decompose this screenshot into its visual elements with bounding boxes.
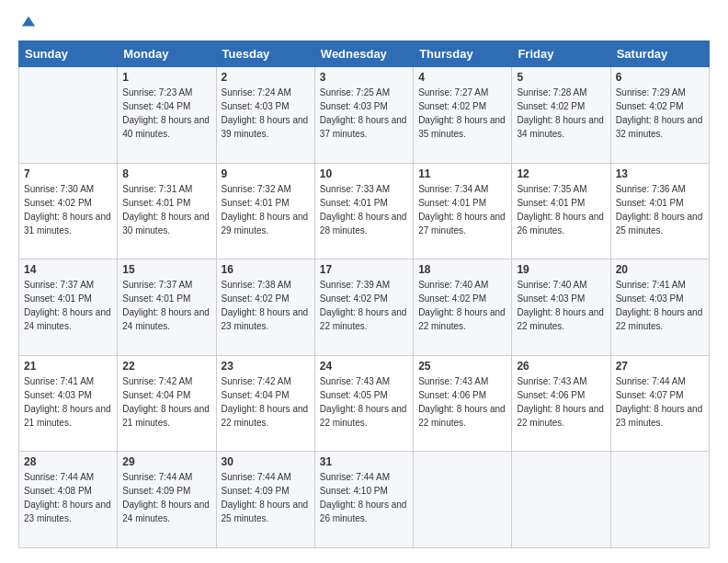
day-number: 29 [122,455,210,468]
day-number: 28 [24,455,112,468]
calendar-cell: 7Sunrise: 7:30 AMSunset: 4:02 PMDaylight… [19,163,118,259]
calendar-cell: 9Sunrise: 7:32 AMSunset: 4:01 PMDaylight… [216,163,314,259]
day-number: 3 [320,71,408,84]
day-info: Sunrise: 7:44 AMSunset: 4:07 PMDaylight:… [616,374,704,430]
day-number: 17 [320,263,408,276]
calendar-cell: 1Sunrise: 7:23 AMSunset: 4:04 PMDaylight… [118,67,216,164]
day-number: 2 [222,71,310,84]
calendar-cell [19,67,118,164]
header-day-thursday: Thursday [414,41,512,67]
day-info: Sunrise: 7:39 AMSunset: 4:02 PMDaylight:… [320,278,408,333]
svg-marker-0 [22,17,35,27]
calendar-cell: 21Sunrise: 7:41 AMSunset: 4:03 PMDayligh… [19,355,118,452]
day-info: Sunrise: 7:44 AMSunset: 4:09 PMDaylight:… [122,470,210,525]
calendar-cell: 2Sunrise: 7:24 AMSunset: 4:03 PMDaylight… [216,67,314,164]
header-day-tuesday: Tuesday [216,41,314,67]
day-number: 27 [616,360,704,373]
day-number: 25 [418,360,506,373]
day-number: 11 [418,167,506,180]
day-info: Sunrise: 7:44 AMSunset: 4:10 PMDaylight:… [320,470,408,525]
day-info: Sunrise: 7:37 AMSunset: 4:01 PMDaylight:… [24,278,112,333]
day-info: Sunrise: 7:28 AMSunset: 4:02 PMDaylight:… [517,86,605,141]
calendar-cell: 12Sunrise: 7:35 AMSunset: 4:01 PMDayligh… [512,163,610,259]
calendar-week-4: 21Sunrise: 7:41 AMSunset: 4:03 PMDayligh… [19,355,710,452]
day-info: Sunrise: 7:43 AMSunset: 4:06 PMDaylight:… [517,374,605,430]
logo-icon [20,15,37,31]
calendar-week-5: 28Sunrise: 7:44 AMSunset: 4:08 PMDayligh… [19,452,710,548]
calendar-cell: 31Sunrise: 7:44 AMSunset: 4:10 PMDayligh… [314,452,413,548]
calendar-cell [512,452,610,548]
calendar-cell: 25Sunrise: 7:43 AMSunset: 4:06 PMDayligh… [414,355,512,452]
header-day-sunday: Sunday [19,41,118,67]
day-info: Sunrise: 7:41 AMSunset: 4:03 PMDaylight:… [616,278,704,333]
day-number: 18 [418,263,506,276]
day-info: Sunrise: 7:23 AMSunset: 4:04 PMDaylight:… [122,86,210,141]
day-info: Sunrise: 7:35 AMSunset: 4:01 PMDaylight:… [517,182,605,237]
day-info: Sunrise: 7:42 AMSunset: 4:04 PMDaylight:… [122,374,210,430]
day-info: Sunrise: 7:41 AMSunset: 4:03 PMDaylight:… [24,374,112,430]
calendar-cell: 30Sunrise: 7:44 AMSunset: 4:09 PMDayligh… [216,452,314,548]
calendar-cell [414,452,512,548]
calendar-cell: 28Sunrise: 7:44 AMSunset: 4:08 PMDayligh… [19,452,118,548]
page: SundayMondayTuesdayWednesdayThursdayFrid… [0,0,728,563]
day-number: 6 [616,71,704,84]
day-info: Sunrise: 7:36 AMSunset: 4:01 PMDaylight:… [616,182,704,237]
day-number: 16 [222,263,310,276]
day-number: 19 [517,263,605,276]
calendar-week-1: 1Sunrise: 7:23 AMSunset: 4:04 PMDaylight… [19,67,710,164]
day-number: 7 [24,167,112,180]
calendar-cell: 6Sunrise: 7:29 AMSunset: 4:02 PMDaylight… [610,67,709,164]
day-info: Sunrise: 7:32 AMSunset: 4:01 PMDaylight:… [222,182,310,237]
calendar-cell: 8Sunrise: 7:31 AMSunset: 4:01 PMDaylight… [118,163,216,259]
day-number: 23 [222,360,310,373]
day-number: 21 [24,360,112,373]
calendar-cell: 10Sunrise: 7:33 AMSunset: 4:01 PMDayligh… [314,163,413,259]
day-info: Sunrise: 7:43 AMSunset: 4:05 PMDaylight:… [320,374,408,430]
calendar-cell [610,452,709,548]
day-number: 1 [122,71,210,84]
calendar-cell: 18Sunrise: 7:40 AMSunset: 4:02 PMDayligh… [414,259,512,356]
calendar-cell: 27Sunrise: 7:44 AMSunset: 4:07 PMDayligh… [610,355,709,452]
logo [18,15,37,31]
header-day-monday: Monday [118,41,216,67]
calendar-cell: 26Sunrise: 7:43 AMSunset: 4:06 PMDayligh… [512,355,610,452]
day-number: 31 [320,455,408,468]
day-number: 9 [222,167,310,180]
calendar-cell: 17Sunrise: 7:39 AMSunset: 4:02 PMDayligh… [314,259,413,356]
day-info: Sunrise: 7:38 AMSunset: 4:02 PMDaylight:… [222,278,310,333]
header-day-friday: Friday [512,41,610,67]
day-info: Sunrise: 7:43 AMSunset: 4:06 PMDaylight:… [418,374,506,430]
calendar-cell: 5Sunrise: 7:28 AMSunset: 4:02 PMDaylight… [512,67,610,164]
day-info: Sunrise: 7:31 AMSunset: 4:01 PMDaylight:… [122,182,210,237]
calendar-cell: 16Sunrise: 7:38 AMSunset: 4:02 PMDayligh… [216,259,314,356]
day-number: 26 [517,360,605,373]
calendar-cell: 3Sunrise: 7:25 AMSunset: 4:03 PMDaylight… [314,67,413,164]
calendar-cell: 29Sunrise: 7:44 AMSunset: 4:09 PMDayligh… [118,452,216,548]
day-number: 4 [418,71,506,84]
day-number: 12 [517,167,605,180]
day-info: Sunrise: 7:24 AMSunset: 4:03 PMDaylight:… [222,86,310,141]
calendar-cell: 11Sunrise: 7:34 AMSunset: 4:01 PMDayligh… [414,163,512,259]
calendar-cell: 24Sunrise: 7:43 AMSunset: 4:05 PMDayligh… [314,355,413,452]
day-info: Sunrise: 7:44 AMSunset: 4:08 PMDaylight:… [24,470,112,525]
calendar-cell: 23Sunrise: 7:42 AMSunset: 4:04 PMDayligh… [216,355,314,452]
day-info: Sunrise: 7:33 AMSunset: 4:01 PMDaylight:… [320,182,408,237]
calendar-table: SundayMondayTuesdayWednesdayThursdayFrid… [18,40,710,548]
day-number: 15 [122,263,210,276]
day-info: Sunrise: 7:27 AMSunset: 4:02 PMDaylight:… [418,86,506,141]
day-info: Sunrise: 7:30 AMSunset: 4:02 PMDaylight:… [24,182,112,237]
calendar-cell: 22Sunrise: 7:42 AMSunset: 4:04 PMDayligh… [118,355,216,452]
calendar-cell: 19Sunrise: 7:40 AMSunset: 4:03 PMDayligh… [512,259,610,356]
day-number: 10 [320,167,408,180]
day-number: 30 [222,455,310,468]
calendar-cell: 20Sunrise: 7:41 AMSunset: 4:03 PMDayligh… [610,259,709,356]
day-info: Sunrise: 7:25 AMSunset: 4:03 PMDaylight:… [320,86,408,141]
day-number: 14 [24,263,112,276]
day-number: 5 [517,71,605,84]
header-day-saturday: Saturday [610,41,709,67]
header-day-wednesday: Wednesday [314,41,413,67]
day-number: 13 [616,167,704,180]
calendar-week-2: 7Sunrise: 7:30 AMSunset: 4:02 PMDaylight… [19,163,710,259]
day-info: Sunrise: 7:44 AMSunset: 4:09 PMDaylight:… [222,470,310,525]
day-info: Sunrise: 7:42 AMSunset: 4:04 PMDaylight:… [222,374,310,430]
